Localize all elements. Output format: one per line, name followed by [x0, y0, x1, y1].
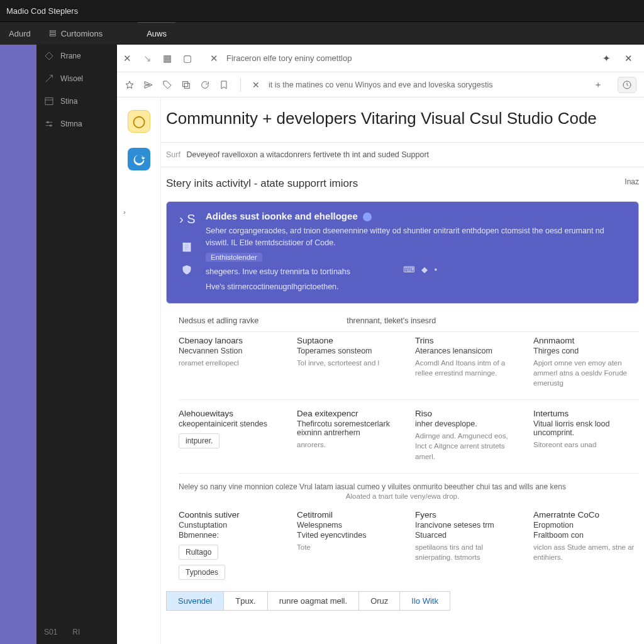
- inner-close-icon[interactable]: ✕: [252, 80, 260, 90]
- card[interactable]: AnnmaomtThirges condApjort omne ven emoy…: [533, 336, 639, 388]
- clock-icon: [622, 80, 632, 90]
- tab-ilowitk[interactable]: Ilo Witk: [400, 592, 450, 610]
- chip[interactable]: Rultago: [179, 545, 218, 560]
- card[interactable]: SuptaoneToperames sonsteomTol inrve, scr…: [297, 336, 402, 388]
- chevron-right-icon: ›: [123, 208, 126, 216]
- diamond-icon: [44, 51, 54, 61]
- app-icon-primary[interactable]: ◯: [128, 110, 150, 133]
- app-icon-secondary[interactable]: [128, 148, 150, 170]
- card[interactable]: IntertumsVitual liorris ensk lood uncomp…: [533, 409, 639, 461]
- hero-panel: › S Adides sust ioonke and ehellogee Seh…: [166, 201, 639, 304]
- tab-oruz[interactable]: Oruz: [359, 592, 400, 610]
- svg-rect-1: [50, 33, 55, 34]
- hero-heading: Adides sust ioonke and ehellogee: [206, 211, 628, 221]
- note-text: Neley so nany vine monnion coleze Vrul l…: [161, 474, 644, 492]
- menu-tab-auws[interactable]: Auws: [138, 22, 175, 45]
- card-row-3: Coontnis sutiverCunstuptationBbmennee:Ru…: [161, 506, 644, 582]
- sparkle-icon[interactable]: ✦: [602, 53, 611, 64]
- tab-tpux[interactable]: Tpux.: [224, 592, 268, 610]
- card[interactable]: Alehouewitaysckeopentainicerit stendesin…: [179, 409, 284, 461]
- layout-icon[interactable]: ▦: [157, 53, 177, 64]
- doc-main: Communnity + developers Vitaring Visual …: [161, 97, 644, 644]
- tab-suvendel[interactable]: Suvendel: [167, 592, 224, 610]
- card[interactable]: Amerratnte CoCoEropmotionFraltboom convi…: [533, 510, 639, 580]
- square-icon: ▪: [434, 265, 437, 274]
- document-area: ◯ Communnity + developers Vitaring Visua…: [117, 97, 644, 644]
- sidebar-item-stmna[interactable]: Stmna: [36, 113, 116, 135]
- prompt-icon: › S: [179, 212, 196, 226]
- tab-close-icon[interactable]: ✕: [204, 53, 224, 64]
- menu-item-adurd[interactable]: Adurd: [0, 22, 40, 45]
- svg-rect-0: [50, 30, 55, 31]
- nav-back-icon[interactable]: ✕: [117, 53, 137, 64]
- breadcrumb: Surf Deveyeof ravelloxon a witacdonrers …: [161, 143, 644, 167]
- doc-lines-icon: [181, 242, 192, 253]
- window-titlebar: Madio Cod Steplers: [0, 0, 644, 22]
- address-bar[interactable]: Firaceron elfe tory eniny comettlop: [224, 53, 591, 63]
- doc-icon-rail: ◯: [117, 97, 161, 644]
- shield-icon: [181, 264, 192, 275]
- section-corner-link[interactable]: Inaz: [625, 177, 639, 190]
- tag-icon[interactable]: [162, 80, 172, 90]
- card-row-1: Cbenaoy lanoarsNecvannen Sstionroramet e…: [161, 332, 644, 391]
- sidebar-status: S01 RI: [36, 620, 116, 644]
- card[interactable]: FyersIrancivone seteses trmStuarcedspeti…: [415, 510, 521, 580]
- sidebar-item-wisoel[interactable]: Wisoel: [36, 67, 116, 90]
- note-subtext: Aloated a tnart tuile veny/ewa drop.: [161, 492, 644, 506]
- chip-input[interactable]: intpurer.: [179, 433, 219, 448]
- diamond-small-icon: ◆: [421, 265, 428, 274]
- sliders-icon: [44, 119, 54, 129]
- card[interactable]: Cbenaoy lanoarsNecvannen Sstionroramet e…: [179, 336, 284, 388]
- card[interactable]: CetitromilWelespnemsTvited eyencvtindesT…: [297, 510, 402, 580]
- svg-rect-7: [184, 83, 189, 88]
- hero-mini-icons: ⌨◆▪: [403, 265, 437, 274]
- card[interactable]: TrinsAterances lenansicomAcomdl And Itoa…: [415, 336, 521, 388]
- close-icon[interactable]: ✕: [625, 53, 633, 64]
- copy-icon[interactable]: [181, 80, 191, 90]
- hero-text-1: Seher corgangeraodes, ard tnion dseenenn…: [206, 225, 628, 249]
- wand-icon: [44, 74, 54, 84]
- nav-forward-icon[interactable]: ↘: [137, 53, 157, 64]
- card[interactable]: Risoinher devesplope.Adirnge and. Amgune…: [415, 409, 521, 461]
- bottom-tabbar: Suvendel Tpux. runre oagmat mell. Oruz I…: [166, 591, 450, 611]
- svg-rect-13: [184, 248, 187, 250]
- window-title: Madio Cod Steplers: [6, 6, 78, 16]
- card[interactable]: Coontnis sutiverCunstuptationBbmennee:Ru…: [179, 510, 284, 580]
- sync-icon: [133, 153, 145, 165]
- chip[interactable]: Typnodes: [179, 565, 225, 580]
- label-row: Nedsus et adling ravke thrennant, tleket…: [161, 314, 644, 331]
- bookmark-icon[interactable]: [219, 80, 229, 90]
- toolbar-secondary: ✕ it is the matines co venu Winyos and e…: [117, 72, 644, 97]
- panel-icon: [44, 96, 54, 106]
- card[interactable]: Dea exitexpencrThefircotu soremestcerlar…: [297, 409, 402, 461]
- svg-rect-12: [184, 247, 189, 248]
- card-row-2: Alehouewitaysckeopentainicerit stendesin…: [161, 400, 644, 464]
- sidebar-item-stina[interactable]: Stina: [36, 90, 116, 113]
- menu-item-customions[interactable]: Curtomions: [40, 22, 111, 45]
- page-title: Communnity + developers Vitaring Visual …: [161, 109, 644, 142]
- menubar: Adurd Curtomions Auws: [0, 22, 644, 45]
- section-heading: Stery inits activityl - atate supporrt i…: [161, 167, 644, 199]
- tab-runre[interactable]: runre oagmat mell.: [268, 592, 359, 610]
- side-panel: Rrane Wisoel Stina Stmna S01 RI ›: [36, 45, 117, 644]
- toolbar-caption: it is the matines co venu Winyos and eve…: [269, 80, 582, 89]
- editor-tabrow: ✕ ↘ ▦ ▢ ✕ Firaceron elfe tory eniny come…: [117, 45, 644, 72]
- svg-rect-8: [183, 81, 188, 86]
- hero-pill[interactable]: Enthistolender: [206, 253, 262, 262]
- refresh-icon[interactable]: [200, 80, 210, 90]
- new-tab-button[interactable]: ＋: [591, 79, 605, 91]
- send-icon[interactable]: [143, 80, 153, 90]
- svg-rect-2: [50, 35, 55, 36]
- hero-text-3: Hve's stirnercoctinenugnlhgrictoethen.: [206, 281, 628, 293]
- history-button[interactable]: [618, 77, 636, 93]
- activity-bar-strip: [0, 45, 36, 644]
- sidebar-item-rrane[interactable]: Rrane: [36, 45, 116, 67]
- layers-icon: [48, 29, 57, 38]
- svg-rect-11: [184, 245, 189, 246]
- terminal-icon: ⌨: [403, 265, 415, 274]
- svg-rect-3: [45, 98, 53, 105]
- star-icon[interactable]: [125, 80, 135, 90]
- box-icon[interactable]: ▢: [177, 53, 197, 64]
- info-icon[interactable]: [363, 213, 372, 221]
